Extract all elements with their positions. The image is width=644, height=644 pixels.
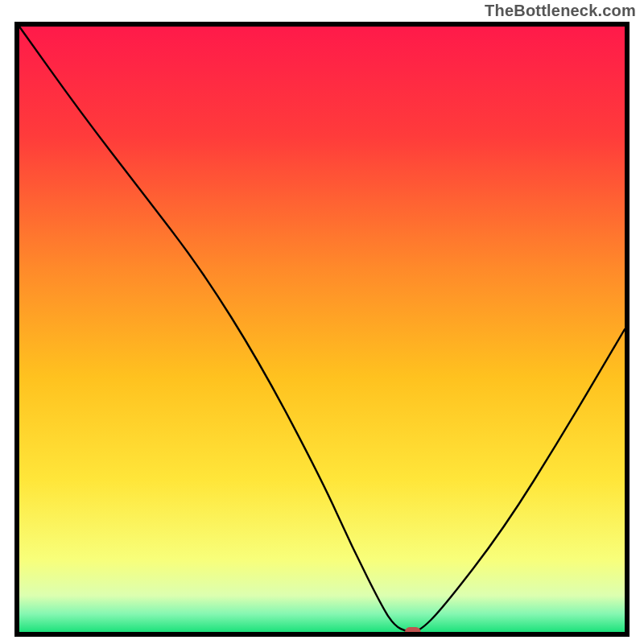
- plot-background: [19, 27, 625, 632]
- attribution-text: TheBottleneck.com: [485, 2, 636, 20]
- chart-container: TheBottleneck.com: [0, 0, 644, 644]
- bottleneck-chart: [14, 22, 630, 637]
